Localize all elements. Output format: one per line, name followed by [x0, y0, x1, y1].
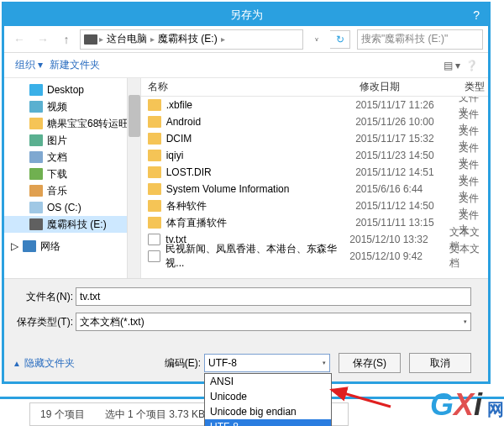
encoding-option[interactable]: ANSI — [205, 374, 331, 389]
filename-input[interactable] — [76, 287, 471, 306]
save-button[interactable]: 保存(S) — [339, 353, 401, 373]
view-button[interactable]: ▤ ▾ — [442, 60, 462, 71]
breadcrumb-dropdown[interactable]: v — [307, 29, 327, 50]
sidebar-item[interactable]: 魔霸科技 (E:) — [4, 216, 140, 233]
file-row[interactable]: 各种软件2015/11/12 14:50文件夹 — [141, 197, 488, 214]
sidebar-item[interactable]: 图片 — [4, 132, 140, 149]
hide-folders-link[interactable]: ▲隐藏文件夹 — [13, 356, 75, 371]
col-type[interactable]: 类型 — [465, 80, 488, 94]
file-row[interactable]: System Volume Information2015/6/16 6:44文… — [141, 181, 488, 197]
filetype-label: 保存类型(T): — [13, 315, 76, 329]
watermark: GXi 网 — [430, 387, 504, 423]
drive-icon — [29, 202, 43, 213]
body: Desktop视频糖果宝宝68转运旺图片文档下载音乐OS (C:)魔霸科技 (E… — [4, 78, 488, 278]
sidebar-item[interactable]: 糖果宝宝68转运旺 — [4, 115, 140, 132]
drive2-icon — [29, 218, 43, 230]
action-row: ▲隐藏文件夹 编码(E): UTF-8▾ ANSIUnicodeUnicode … — [4, 346, 488, 381]
titlebar: 另存为 ? — [4, 4, 488, 26]
file-row[interactable]: iqiyi2015/11/23 14:50文件夹 — [141, 147, 488, 164]
breadcrumb-drive[interactable]: 魔霸科技 (E:) — [156, 32, 219, 46]
file-icon — [148, 133, 161, 145]
desktop-icon — [29, 84, 43, 96]
encoding-option[interactable]: UTF-8 — [205, 419, 331, 426]
file-icon — [148, 250, 160, 262]
back-button[interactable]: ← — [9, 29, 29, 50]
file-icon — [148, 166, 161, 178]
drive-icon — [84, 34, 97, 45]
file-list-area: 名称 修改日期 类型 .xbfile2015/11/17 11:26文件夹And… — [141, 78, 488, 278]
save-as-dialog: 另存为 ? ← → ↑ ▸ 这台电脑 ▸ 魔霸科技 (E:) ▸ v ↻ 搜索"… — [2, 2, 491, 384]
status-count: 19 个项目 — [40, 408, 85, 422]
music-icon — [29, 185, 43, 197]
picture-icon — [29, 134, 43, 146]
encoding-dropdown[interactable]: ANSIUnicodeUnicode big endianUTF-8 — [204, 373, 332, 426]
sidebar-item[interactable]: 文档 — [4, 149, 140, 166]
encoding-label: 编码(E): — [165, 356, 201, 371]
file-icon — [148, 200, 161, 212]
organize-menu[interactable]: 组织 ▾ — [13, 58, 45, 72]
status-selected: 选中 1 个项目 3.73 KB — [105, 408, 205, 422]
file-row[interactable]: Android2015/11/26 10:00文件夹 — [141, 113, 488, 130]
file-row[interactable]: .xbfile2015/11/17 11:26文件夹 — [141, 97, 488, 113]
new-folder-button[interactable]: 新建文件夹 — [47, 58, 102, 72]
sidebar-item[interactable]: OS (C:) — [4, 199, 140, 216]
up-button[interactable]: ↑ — [56, 29, 76, 50]
sidebar: Desktop视频糖果宝宝68转运旺图片文档下载音乐OS (C:)魔霸科技 (E… — [4, 78, 141, 278]
network-icon — [23, 240, 36, 252]
sidebar-scrollbar[interactable] — [127, 78, 140, 278]
breadcrumb[interactable]: ▸ 这台电脑 ▸ 魔霸科技 (E:) ▸ — [80, 29, 303, 50]
file-row[interactable]: DCIM2015/11/17 15:32文件夹 — [141, 130, 488, 147]
form-pane: 文件名(N): 保存类型(T): 文本文档(*.txt)▾ — [4, 278, 488, 346]
file-row[interactable]: 民视新闻、凤凰香港、本港台、东森华视...2015/12/10 9:42文本文档 — [141, 248, 488, 265]
sidebar-network[interactable]: ▷ 网络 — [4, 238, 140, 255]
window-title: 另存为 — [230, 8, 263, 23]
col-name[interactable]: 名称 — [141, 80, 360, 94]
sidebar-item[interactable]: Desktop — [4, 82, 140, 98]
file-icon — [148, 150, 161, 161]
filetype-select[interactable]: 文本文档(*.txt)▾ — [76, 313, 471, 331]
file-row[interactable]: 体育直播软件2015/11/11 13:15文件夹 — [141, 214, 488, 231]
folder-icon — [29, 118, 43, 129]
video-icon — [29, 101, 43, 113]
encoding-option[interactable]: Unicode — [205, 389, 331, 404]
refresh-button[interactable]: ↻ — [330, 30, 350, 49]
download-icon — [29, 168, 43, 180]
file-list[interactable]: .xbfile2015/11/17 11:26文件夹Android2015/11… — [141, 97, 488, 278]
help-icon[interactable]: ? — [473, 8, 480, 22]
filename-label: 文件名(N): — [13, 290, 76, 304]
encoding-option[interactable]: Unicode big endian — [205, 404, 331, 419]
file-icon — [148, 217, 161, 229]
file-icon — [148, 234, 160, 245]
doc-icon — [29, 151, 43, 163]
sidebar-item[interactable]: 视频 — [4, 98, 140, 115]
search-input[interactable]: 搜索"魔霸科技 (E:)" — [357, 29, 483, 50]
help-toolbar-icon[interactable]: ❔ — [464, 60, 480, 71]
forward-button[interactable]: → — [33, 29, 53, 50]
file-icon — [148, 183, 161, 195]
breadcrumb-pc[interactable]: 这台电脑 — [105, 32, 149, 46]
encoding-select[interactable]: UTF-8▾ ANSIUnicodeUnicode big endianUTF-… — [204, 354, 330, 372]
file-row[interactable]: LOST.DIR2015/11/12 14:51文件夹 — [141, 164, 488, 181]
svg-line-0 — [332, 390, 391, 407]
navbar: ← → ↑ ▸ 这台电脑 ▸ 魔霸科技 (E:) ▸ v ↻ 搜索"魔霸科技 (… — [4, 26, 488, 53]
col-date[interactable]: 修改日期 — [360, 80, 465, 94]
file-icon — [148, 116, 161, 128]
sidebar-item[interactable]: 音乐 — [4, 182, 140, 199]
toolbar: 组织 ▾ 新建文件夹 ▤ ▾ ❔ — [4, 53, 488, 78]
column-headers: 名称 修改日期 类型 — [141, 78, 488, 97]
annotation-arrow — [328, 386, 395, 411]
sidebar-item[interactable]: 下载 — [4, 166, 140, 182]
cancel-button[interactable]: 取消 — [409, 353, 471, 373]
file-icon — [148, 99, 161, 111]
